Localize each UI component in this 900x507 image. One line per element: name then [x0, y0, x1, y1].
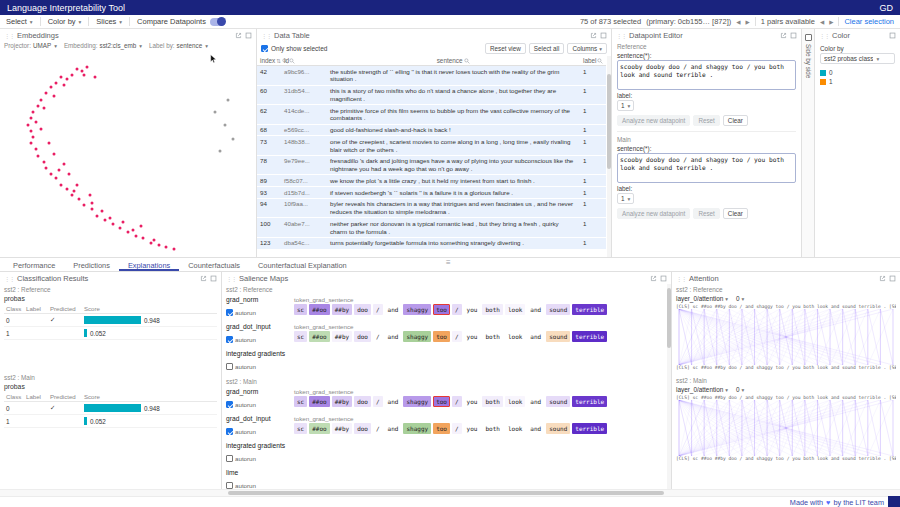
label-select[interactable]: 1▾ — [617, 100, 634, 111]
autorun-control[interactable]: autorun — [226, 401, 290, 408]
salience-token[interactable]: sc — [294, 304, 307, 315]
scatter-point[interactable] — [52, 152, 55, 155]
scatter-point[interactable] — [50, 173, 53, 176]
scatter-point[interactable] — [121, 220, 124, 223]
scatter-point[interactable] — [139, 224, 142, 227]
open-in-new-icon[interactable] — [650, 275, 657, 282]
scatter-point[interactable] — [96, 214, 99, 217]
salience-token[interactable]: / — [452, 396, 462, 407]
search-icon[interactable] — [289, 58, 295, 64]
scrollbar-thumb[interactable] — [667, 288, 671, 348]
salience-token[interactable]: and — [527, 331, 544, 342]
salience-token[interactable]: terrible — [572, 423, 607, 434]
analyze-new-datapoint-button[interactable]: Analyze new datapoint — [617, 115, 690, 126]
scatter-point[interactable] — [37, 154, 40, 157]
scatter-point[interactable] — [75, 67, 78, 70]
open-in-new-icon[interactable] — [780, 32, 787, 39]
drag-handle-icon[interactable]: ⋮⋮ — [4, 32, 14, 39]
salience-token[interactable]: sound — [546, 304, 570, 315]
salience-token[interactable]: and — [385, 396, 402, 407]
prev-datapoint-button[interactable]: ◀ — [736, 19, 740, 25]
scatter-point[interactable] — [231, 138, 234, 141]
salience-token[interactable]: doo — [354, 331, 371, 342]
salience-token[interactable]: / — [373, 331, 383, 342]
salience-token[interactable]: both — [482, 304, 502, 315]
checkbox-checked-icon[interactable] — [226, 309, 233, 316]
salience-token[interactable]: shaggy — [403, 331, 431, 342]
scatter-point[interactable] — [60, 183, 63, 186]
scatter-point[interactable] — [50, 86, 53, 89]
table-row[interactable]: 62414cde...the primitive force of this f… — [257, 105, 606, 125]
scatter-point[interactable] — [70, 193, 73, 196]
table-row[interactable]: 123dba54c...turns potentially forgettabl… — [257, 237, 606, 249]
scatter-point[interactable] — [29, 142, 32, 145]
autorun-control[interactable]: autorun — [226, 363, 290, 370]
salience-token[interactable]: shaggy — [403, 396, 431, 407]
horizontal-scrollbar[interactable] — [0, 489, 900, 496]
scatter-point[interactable] — [88, 193, 91, 196]
scatter-point[interactable] — [29, 117, 32, 120]
table-row[interactable]: 89f58c07...we know the plot 's a little … — [257, 175, 606, 187]
salience-token[interactable]: sc — [294, 423, 307, 434]
reset-view-button[interactable]: Reset view — [485, 43, 526, 54]
prev-pair-button[interactable]: ◀ — [820, 19, 824, 25]
vertical-scrollbar[interactable] — [607, 56, 611, 257]
scatter-point[interactable] — [55, 82, 58, 85]
scatter-point[interactable] — [152, 239, 155, 242]
scatter-point[interactable] — [42, 160, 45, 163]
scatter-point[interactable] — [109, 216, 112, 219]
salience-token[interactable]: and — [385, 423, 402, 434]
drawer-handle-icon[interactable]: ≡ — [446, 258, 451, 267]
scatter-point[interactable] — [173, 247, 176, 250]
salience-token[interactable]: look — [505, 304, 525, 315]
search-icon[interactable] — [597, 58, 603, 64]
scrollbar-thumb[interactable] — [228, 491, 664, 495]
next-datapoint-button[interactable]: ▶ — [745, 19, 749, 25]
checkbox-icon[interactable] — [226, 482, 233, 489]
scatter-point[interactable] — [63, 84, 66, 87]
layer-select[interactable]: layer_0/attention▾ — [676, 386, 728, 393]
column-header-index[interactable]: index⇅ — [257, 56, 281, 66]
scatter-point[interactable] — [111, 222, 114, 225]
salience-token[interactable]: sound — [546, 331, 570, 342]
scatter-point[interactable] — [68, 173, 71, 176]
salience-token[interactable]: ##by — [332, 423, 352, 434]
salience-token[interactable]: ##oo — [309, 423, 329, 434]
compare-toggle-switch[interactable] — [210, 18, 225, 26]
clear-button[interactable]: Clear — [723, 115, 748, 126]
scatter-point[interactable] — [86, 65, 89, 68]
checkbox-checked-icon[interactable] — [226, 336, 233, 343]
salience-token[interactable]: sc — [294, 396, 307, 407]
scatter-point[interactable] — [42, 106, 45, 109]
salience-token[interactable]: both — [482, 396, 502, 407]
scatter-point[interactable] — [39, 98, 42, 101]
open-in-new-icon[interactable] — [590, 32, 597, 39]
table-row[interactable]: 6031db54...this is a story of two misfit… — [257, 85, 606, 105]
scatter-point[interactable] — [101, 210, 104, 213]
salience-token[interactable]: terrible — [572, 331, 607, 342]
color-by-select[interactable]: sst2 probas class▾ — [820, 53, 895, 64]
scatter-point[interactable] — [127, 231, 130, 234]
open-in-new-icon[interactable] — [200, 275, 207, 282]
scatter-point[interactable] — [83, 73, 86, 76]
projector-select[interactable]: Projector:UMAP▾ — [4, 42, 57, 49]
compare-datapoints-control[interactable]: Compare Datapoints — [137, 17, 225, 26]
salience-token[interactable]: / — [452, 423, 462, 434]
scatter-point[interactable] — [75, 183, 78, 186]
scatter-point[interactable] — [29, 129, 32, 132]
salience-token[interactable]: you — [464, 423, 481, 434]
autorun-control[interactable]: autorun — [226, 455, 290, 462]
scatter-point[interactable] — [93, 75, 96, 78]
clear-selection-button[interactable]: Clear selection — [844, 17, 894, 26]
search-icon[interactable] — [464, 58, 470, 64]
salience-token[interactable]: you — [464, 331, 481, 342]
salience-token[interactable]: / — [373, 396, 383, 407]
salience-token[interactable]: shaggy — [403, 423, 431, 434]
scatter-point[interactable] — [52, 94, 55, 97]
scatter-point[interactable] — [57, 169, 60, 172]
scatter-point[interactable] — [80, 69, 83, 72]
salience-token[interactable]: sc — [294, 331, 307, 342]
scatter-point[interactable] — [219, 150, 222, 153]
scatter-point[interactable] — [224, 123, 227, 126]
salience-token[interactable]: both — [482, 331, 502, 342]
